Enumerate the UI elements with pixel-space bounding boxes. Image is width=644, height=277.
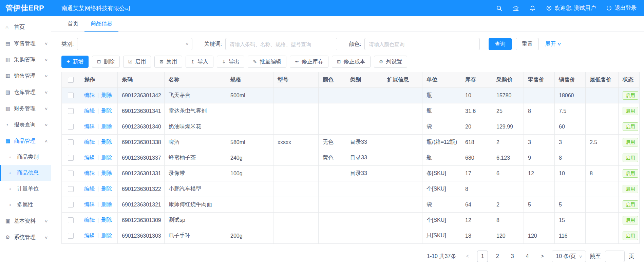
row-checkbox[interactable]: [68, 108, 74, 114]
edit-link[interactable]: 编辑: [84, 92, 95, 98]
keyword-input[interactable]: [225, 38, 337, 50]
page-size-select[interactable]: 10 条/页∨: [552, 251, 586, 262]
edit-link[interactable]: 编辑: [84, 108, 95, 114]
sidebar-item-system-mgmt[interactable]: ⚙系统管理∨: [0, 229, 51, 245]
edit-link[interactable]: 编辑: [84, 139, 95, 145]
action-divider: |: [97, 155, 99, 160]
row-checkbox[interactable]: [68, 217, 74, 223]
select-all-checkbox[interactable]: [68, 77, 74, 83]
prev-page-button[interactable]: <: [462, 251, 473, 262]
cell-retail_price: 3: [524, 135, 555, 150]
edit-link[interactable]: 编辑: [84, 217, 95, 223]
cell-spec: 100g: [226, 166, 273, 181]
cell-spec: 500ml: [226, 88, 273, 103]
export-button[interactable]: ↧导出: [217, 56, 245, 68]
delete-link[interactable]: 删除: [101, 186, 112, 192]
column-header: 库存: [461, 72, 492, 88]
row-checkbox[interactable]: [68, 139, 74, 145]
status-cell: 启用: [619, 228, 640, 244]
edit-link[interactable]: 编辑: [84, 233, 95, 238]
page-button-4[interactable]: 4: [522, 251, 533, 262]
sidebar-item-measure-unit[interactable]: ▫计量单位: [0, 181, 51, 197]
cell-color: [319, 103, 346, 119]
sidebar-item-basic-data[interactable]: ▣基本资料∨: [0, 213, 51, 229]
page-button-1[interactable]: 1: [477, 251, 488, 262]
delete-button[interactable]: ⊟删除: [92, 56, 120, 68]
cell-ext: [383, 103, 422, 119]
cell-barcode: 6901236301331: [118, 166, 165, 181]
search-icon[interactable]: [496, 5, 503, 12]
expand-link[interactable]: 展开 ∨: [545, 41, 561, 48]
import-button[interactable]: ↥导入: [186, 56, 213, 68]
edit-link[interactable]: 编辑: [84, 123, 95, 129]
plus-icon: +: [67, 58, 70, 65]
tab-goods-info[interactable]: 商品信息: [84, 16, 118, 32]
jump-label: 跳至: [590, 253, 601, 260]
delete-link[interactable]: 删除: [101, 217, 112, 223]
row-checkbox[interactable]: [68, 155, 74, 161]
notification-icon[interactable]: [529, 5, 536, 12]
status-badge: 启用: [623, 122, 638, 131]
cell-min_price: 2.5: [586, 135, 619, 150]
logout-button[interactable]: 退出登录: [606, 5, 637, 12]
welcome-user[interactable]: 欢迎您, 测试用户: [546, 5, 596, 12]
sidebar-item-label: 商品类别: [17, 154, 39, 161]
search-button[interactable]: 查询: [489, 38, 512, 50]
jump-page-input[interactable]: [605, 251, 625, 262]
delete-link[interactable]: 删除: [101, 92, 112, 98]
cell-min_price: [586, 228, 619, 244]
sidebar-item-purchase-mgmt[interactable]: ▥采购管理∨: [0, 52, 51, 68]
add-button[interactable]: +新增: [61, 56, 89, 68]
sidebar-item-goods-mgmt[interactable]: ▩商品管理∧: [0, 133, 51, 149]
sidebar-item-sales-mgmt[interactable]: ▦销售管理∨: [0, 68, 51, 84]
edit-link[interactable]: 编辑: [84, 170, 95, 176]
sidebar-item-report-query[interactable]: ◔报表查询∨: [0, 117, 51, 133]
batch-edit-button[interactable]: ✎批量编辑: [248, 56, 286, 68]
cell-retail_price: [524, 119, 555, 135]
tab-home[interactable]: 首页: [61, 16, 84, 32]
fix-stock-button[interactable]: ✒修正库存: [290, 56, 328, 68]
delete-link[interactable]: 删除: [101, 233, 112, 238]
delete-link[interactable]: 删除: [101, 170, 112, 176]
user-smile-icon: [546, 5, 552, 11]
delete-link[interactable]: 删除: [101, 201, 112, 207]
sidebar-item-multi-attr[interactable]: ▫多属性: [0, 197, 51, 213]
enable-button[interactable]: ☑启用: [123, 56, 151, 68]
page-button-2[interactable]: 2: [492, 251, 503, 262]
delete-link[interactable]: 删除: [101, 155, 112, 160]
column-settings-button[interactable]: ⚙列设置: [374, 56, 408, 68]
row-checkbox[interactable]: [68, 233, 74, 239]
row-checkbox[interactable]: [68, 93, 74, 98]
sidebar-item-label: 报表查询: [14, 121, 36, 128]
action-divider: |: [97, 186, 99, 192]
shop-icon[interactable]: [513, 5, 519, 12]
row-checkbox[interactable]: [68, 171, 74, 176]
color-input[interactable]: [364, 38, 480, 50]
row-checkbox[interactable]: [68, 186, 74, 192]
sidebar-item-retail-mgmt[interactable]: ▤零售管理∨: [0, 35, 51, 52]
delete-link[interactable]: 删除: [101, 108, 112, 114]
row-checkbox[interactable]: [68, 202, 74, 207]
sidebar-item-warehouse-mgmt[interactable]: ▧仓库管理∨: [0, 84, 51, 100]
actions-cell: 编辑|删除: [80, 213, 118, 228]
delete-link[interactable]: 删除: [101, 139, 112, 145]
fix-cost-icon: ⊞: [337, 59, 341, 64]
reset-button[interactable]: 重置: [516, 38, 539, 50]
edit-link[interactable]: 编辑: [84, 155, 95, 160]
next-page-button[interactable]: >: [537, 251, 548, 262]
category-select[interactable]: ∨: [77, 38, 192, 50]
sidebar-item-goods-info[interactable]: ▫商品信息: [0, 165, 51, 181]
actions-cell: 编辑|删除: [80, 166, 118, 181]
row-checkbox[interactable]: [68, 124, 74, 130]
disable-button[interactable]: ⊠禁用: [154, 56, 182, 68]
sidebar-item-home[interactable]: ⌂首页: [0, 19, 51, 35]
sidebar-item-goods-category[interactable]: ▫商品类别: [0, 149, 51, 165]
columns-icon: ⚙: [379, 59, 383, 64]
edit-link[interactable]: 编辑: [84, 201, 95, 207]
edit-link[interactable]: 编辑: [84, 186, 95, 192]
delete-link[interactable]: 删除: [101, 123, 112, 129]
color-label: 颜色:: [349, 41, 361, 48]
sidebar-item-finance-mgmt[interactable]: ▨财务管理∨: [0, 100, 51, 117]
fix-cost-button[interactable]: ⊞修正成本: [332, 56, 371, 68]
page-button-3[interactable]: 3: [507, 251, 518, 262]
